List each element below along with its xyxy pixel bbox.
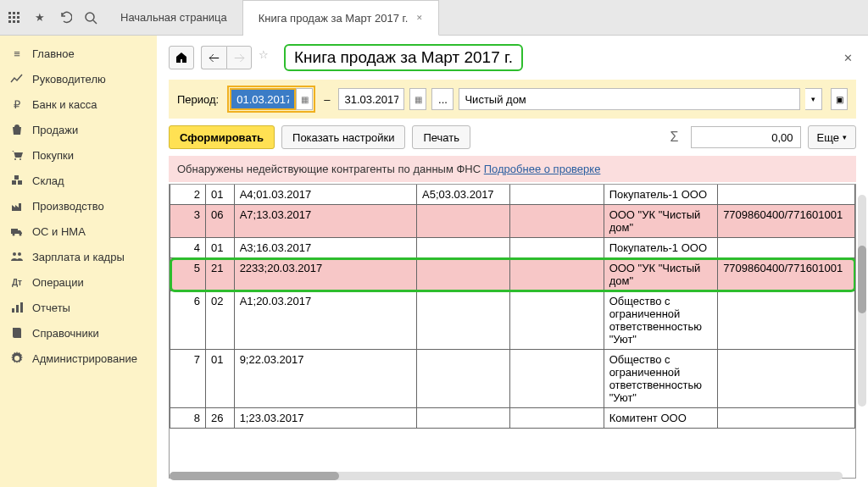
- calendar-icon[interactable]: ▦: [296, 88, 313, 110]
- close-button[interactable]: ✕: [840, 48, 856, 68]
- book-icon: [10, 326, 24, 340]
- sum-input[interactable]: [691, 126, 801, 148]
- svg-point-11: [19, 158, 21, 160]
- star-icon[interactable]: ★: [32, 10, 47, 25]
- bag-icon: [10, 123, 24, 136]
- svg-rect-8: [17, 20, 19, 23]
- svg-point-9: [86, 13, 94, 21]
- svg-rect-2: [17, 12, 19, 14]
- factory-icon: [10, 199, 24, 213]
- report-table[interactable]: 201A4;01.03.2017A5;03.03.2017Покупатель-…: [169, 184, 856, 479]
- ruble-icon: ₽: [10, 97, 24, 111]
- svg-point-19: [18, 252, 21, 256]
- svg-rect-22: [20, 302, 23, 313]
- sidebar-item-operations[interactable]: ДтОперации: [0, 269, 157, 295]
- table-row[interactable]: 201A4;01.03.2017A5;03.03.2017Покупатель-…: [170, 185, 855, 205]
- forward-button[interactable]: 🡢: [226, 46, 252, 69]
- tab-sales-book[interactable]: Книга продаж за Март 2017 г.✕: [243, 0, 439, 36]
- warning-link[interactable]: Подробнее о проверке: [484, 163, 601, 175]
- print-button[interactable]: Печать: [412, 125, 470, 149]
- svg-rect-7: [13, 20, 15, 23]
- svg-rect-13: [18, 180, 22, 185]
- sidebar-item-production[interactable]: Производство: [0, 193, 157, 219]
- calendar-icon[interactable]: ▦: [409, 88, 426, 110]
- sidebar-item-purchases[interactable]: Покупки: [0, 142, 157, 168]
- sidebar-item-bank[interactable]: ₽Банк и касса: [0, 91, 157, 117]
- table-row[interactable]: 602A1;20.03.2017Общество с ограниченной …: [170, 291, 855, 350]
- chart-bar-icon: [10, 301, 24, 314]
- svg-rect-14: [14, 175, 19, 180]
- tab-home-label: Начальная страница: [120, 11, 227, 24]
- svg-rect-5: [17, 16, 19, 19]
- gear-icon: [10, 351, 24, 365]
- svg-rect-20: [12, 308, 14, 313]
- sidebar-item-catalogs[interactable]: Справочники: [0, 320, 157, 346]
- table-row[interactable]: 8261;23.03.2017Комитент ООО: [170, 408, 855, 429]
- period-picker-button[interactable]: ...: [431, 88, 453, 110]
- debit-credit-icon: Дт: [10, 275, 24, 289]
- period-to-input[interactable]: [338, 88, 404, 110]
- svg-rect-3: [8, 16, 11, 19]
- sidebar-item-warehouse[interactable]: Склад: [0, 168, 157, 193]
- apps-icon[interactable]: [7, 10, 22, 25]
- people-icon: [10, 250, 24, 263]
- svg-point-16: [13, 234, 15, 236]
- more-button[interactable]: Еще▾: [808, 125, 856, 149]
- sidebar-item-assets[interactable]: ОС и НМА: [0, 219, 157, 244]
- truck-icon: [10, 224, 24, 238]
- warning-banner: Обнаружены недействующие контрагенты по …: [169, 156, 856, 182]
- tab-book-label: Книга продаж за Март 2017 г.: [259, 12, 408, 25]
- search-icon[interactable]: [83, 10, 98, 25]
- table-row[interactable]: 306A7;13.03.2017ООО "УК "Чистый дом"7709…: [170, 205, 855, 238]
- svg-point-18: [13, 252, 16, 256]
- menu-icon: ≡: [10, 47, 24, 60]
- period-label: Период:: [177, 93, 219, 106]
- horizontal-scrollbar[interactable]: [170, 472, 843, 480]
- vertical-scrollbar[interactable]: [858, 195, 866, 407]
- close-icon[interactable]: ✕: [416, 14, 423, 22]
- favorite-star-icon[interactable]: ☆: [259, 48, 277, 67]
- cart-icon: [10, 148, 24, 162]
- chevron-down-icon: ▾: [843, 133, 847, 141]
- sidebar-item-sales[interactable]: Продажи: [0, 117, 157, 142]
- chart-line-icon: [10, 72, 24, 86]
- sidebar: ≡Главное Руководителю ₽Банк и касса Прод…: [0, 36, 157, 487]
- history-icon[interactable]: [58, 10, 73, 25]
- page-title: Книга продаж за Март 2017 г.: [284, 44, 523, 71]
- organization-combo[interactable]: Чистый дом: [459, 88, 800, 110]
- svg-rect-21: [16, 305, 19, 313]
- sidebar-item-manager[interactable]: Руководителю: [0, 66, 157, 91]
- home-button[interactable]: [169, 46, 194, 69]
- show-settings-button[interactable]: Показать настройки: [281, 125, 405, 149]
- svg-rect-4: [13, 16, 15, 19]
- tab-home[interactable]: Начальная страница: [105, 0, 243, 35]
- svg-rect-0: [8, 12, 11, 14]
- chevron-down-icon[interactable]: ▾: [805, 88, 822, 110]
- svg-rect-6: [8, 20, 11, 23]
- svg-rect-15: [11, 229, 18, 234]
- svg-point-17: [19, 234, 22, 236]
- open-external-icon[interactable]: ▣: [831, 88, 848, 110]
- svg-rect-1: [13, 12, 15, 14]
- sidebar-item-payroll[interactable]: Зарплата и кадры: [0, 244, 157, 269]
- svg-rect-12: [12, 180, 16, 185]
- period-from-input[interactable]: [230, 88, 296, 110]
- sidebar-item-reports[interactable]: Отчеты: [0, 295, 157, 320]
- generate-button[interactable]: Сформировать: [169, 125, 275, 149]
- svg-point-10: [14, 158, 16, 160]
- sidebar-item-admin[interactable]: Администрирование: [0, 346, 157, 371]
- back-button[interactable]: 🡠: [201, 46, 226, 69]
- boxes-icon: [10, 174, 24, 187]
- table-row[interactable]: 5212233;20.03.2017ООО "УК "Чистый дом"77…: [170, 258, 855, 291]
- table-row[interactable]: 7019;22.03.2017Общество с ограниченной о…: [170, 350, 855, 408]
- table-row[interactable]: 401A3;16.03.2017Покупатель-1 ООО: [170, 238, 855, 258]
- sigma-icon: Σ: [665, 130, 684, 145]
- sidebar-item-main[interactable]: ≡Главное: [0, 41, 157, 66]
